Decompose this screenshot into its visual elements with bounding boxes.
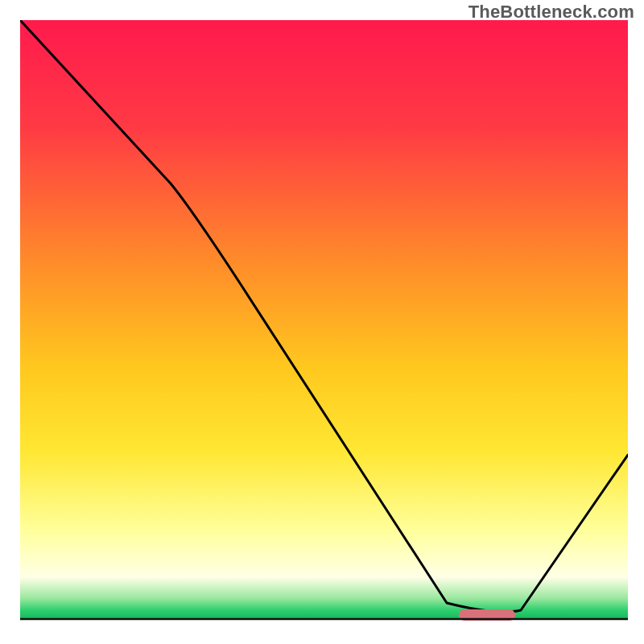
plot-background xyxy=(20,20,628,619)
bottleneck-chart: TheBottleneck.com xyxy=(0,0,644,644)
watermark-label: TheBottleneck.com xyxy=(469,2,634,23)
chart-svg xyxy=(0,0,644,644)
